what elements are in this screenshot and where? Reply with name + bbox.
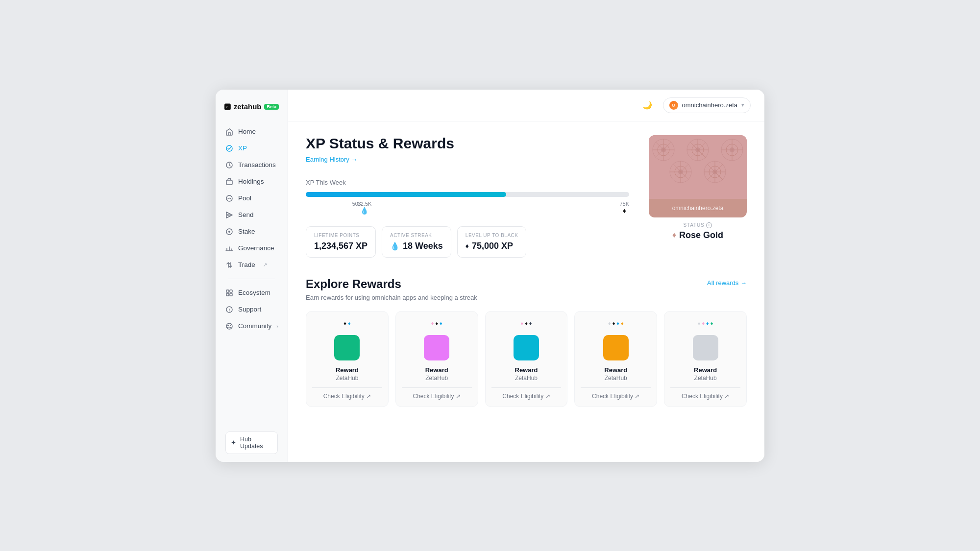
user-menu[interactable]: U omnichainhero.zeta ▾ bbox=[663, 97, 751, 113]
tier-diamond-4a: ♦ bbox=[608, 320, 611, 326]
xp-card: omnichainhero.zeta STATUS i ♦ Rose Gold bbox=[649, 135, 747, 258]
governance-icon bbox=[225, 244, 233, 252]
reward-icon-3 bbox=[514, 335, 539, 360]
reward-name-2: Reward bbox=[425, 366, 448, 374]
stat-active-streak: ACTIVE STREAK 💧 18 Weeks bbox=[382, 226, 451, 258]
reward-icon-4 bbox=[603, 335, 629, 360]
check-eligibility-4[interactable]: Check Eligibility ↗ bbox=[581, 387, 651, 400]
check-eligibility-2[interactable]: Check Eligibility ↗ bbox=[402, 387, 472, 400]
sidebar-item-community[interactable]: Community › bbox=[220, 318, 283, 334]
marker-50k-value: 50K bbox=[352, 201, 362, 207]
community-icon bbox=[225, 322, 233, 330]
xp-this-week-label: XP This Week bbox=[306, 179, 629, 186]
reward-card-2[interactable]: ♦ ♦ ♦ Reward ZetaHub Check Eligibility ↗ bbox=[395, 311, 478, 407]
external-link-icon: ↗ bbox=[261, 261, 269, 269]
tier-diamond-2c: ♦ bbox=[440, 320, 442, 326]
svg-point-7 bbox=[228, 231, 230, 233]
reward-tiers-1: ♦ ♦ bbox=[343, 319, 350, 327]
sidebar-item-stake[interactable]: Stake bbox=[220, 224, 283, 240]
all-rewards-link[interactable]: All rewards → bbox=[707, 279, 747, 287]
dark-mode-button[interactable]: 🌙 bbox=[639, 97, 655, 113]
stat-level-up: LEVEL UP TO BLACK ♦ 75,000 XP bbox=[457, 226, 527, 258]
sidebar-item-support[interactable]: Support bbox=[220, 302, 283, 317]
holdings-icon bbox=[225, 178, 233, 186]
card-username: omnichainhero.zeta bbox=[657, 205, 739, 212]
tier-diamond-5c: ♦ bbox=[706, 320, 709, 326]
logo: Z zetahub Beta bbox=[216, 101, 288, 124]
check-eligibility-1[interactable]: Check Eligibility ↗ bbox=[312, 387, 382, 400]
reward-name-1: Reward bbox=[336, 366, 359, 374]
progress-bar-background bbox=[306, 192, 629, 197]
main-content: 🌙 U omnichainhero.zeta ▾ XP Status & Rew… bbox=[288, 90, 764, 462]
reward-brand-3: ZetaHub bbox=[515, 375, 538, 382]
check-eligibility-3[interactable]: Check Eligibility ↗ bbox=[491, 387, 562, 400]
rewards-subtitle: Earn rewards for using omnichain apps an… bbox=[306, 294, 747, 301]
sidebar-item-governance[interactable]: Governance bbox=[220, 240, 283, 256]
rewards-header: Explore Rewards All rewards → bbox=[306, 277, 747, 291]
sidebar-item-trade[interactable]: Trade ↗ bbox=[220, 257, 283, 273]
tier-diamond-3c: ♦ bbox=[529, 320, 532, 326]
svg-point-13 bbox=[226, 323, 232, 329]
pool-icon bbox=[225, 194, 233, 202]
sidebar-item-transactions[interactable]: Transactions bbox=[220, 157, 283, 173]
marker-75k-icon: ♦ bbox=[623, 207, 626, 215]
card-status-section: STATUS i ♦ Rose Gold bbox=[649, 222, 747, 240]
dropdown-chevron-icon: ▾ bbox=[741, 102, 744, 108]
reward-card-3[interactable]: ♦ ♦ ♦ Reward ZetaHub Check Eligibility ↗ bbox=[485, 311, 568, 407]
sidebar-item-send[interactable]: Send bbox=[220, 207, 283, 223]
sidebar-item-ecosystem[interactable]: Ecosystem bbox=[220, 285, 283, 301]
reward-card-5[interactable]: ♦ ♦ ♦ ♦ Reward ZetaHub Check Eligibility… bbox=[664, 311, 747, 407]
svg-rect-8 bbox=[226, 290, 229, 292]
svg-rect-4 bbox=[226, 180, 232, 185]
rewards-section: Explore Rewards All rewards → Earn rewar… bbox=[306, 277, 747, 407]
check-eligibility-5[interactable]: Check Eligibility ↗ bbox=[670, 387, 740, 400]
reward-tiers-4: ♦ ♦ ♦ ♦ bbox=[608, 319, 624, 327]
reward-name-5: Reward bbox=[694, 366, 717, 374]
tier-diamond-4c: ♦ bbox=[616, 320, 619, 326]
stat-streak-label: ACTIVE STREAK bbox=[390, 233, 443, 238]
sidebar-label-send: Send bbox=[238, 211, 254, 218]
reward-card-4[interactable]: ♦ ♦ ♦ ♦ Reward ZetaHub Check Eligibility… bbox=[574, 311, 657, 407]
rewards-title: Explore Rewards bbox=[306, 277, 401, 291]
svg-rect-10 bbox=[226, 293, 229, 296]
logo-text: zetahub bbox=[234, 102, 262, 111]
trade-icon bbox=[225, 261, 233, 269]
marker-75k: 75K ♦ bbox=[619, 201, 629, 215]
rose-gold-icon: ♦ bbox=[672, 231, 676, 240]
hub-updates-label: Hub Updates bbox=[240, 436, 272, 450]
app-window: Z zetahub Beta Home XP bbox=[216, 90, 764, 462]
community-chevron-icon: › bbox=[276, 323, 278, 329]
levelup-xp-number: 75,000 XP bbox=[472, 241, 513, 251]
tier-diamond-1a: ♦ bbox=[343, 320, 346, 326]
sidebar-label-support: Support bbox=[238, 306, 261, 313]
xp-left-panel: XP Status & Rewards Earning History → XP… bbox=[306, 135, 629, 258]
moon-icon: 🌙 bbox=[642, 100, 652, 110]
card-status-text: Rose Gold bbox=[679, 230, 723, 240]
earning-history-link[interactable]: Earning History → bbox=[306, 156, 357, 163]
sidebar-label-ecosystem: Ecosystem bbox=[238, 289, 270, 296]
tier-diamond-2a: ♦ bbox=[431, 320, 434, 326]
sidebar-item-home[interactable]: Home bbox=[220, 124, 283, 140]
card-pattern-svg bbox=[649, 135, 747, 199]
reward-card-1[interactable]: ♦ ♦ Reward ZetaHub Check Eligibility ↗ bbox=[306, 311, 389, 407]
hub-updates-button[interactable]: ✦ Hub Updates bbox=[225, 431, 278, 454]
card-status-value: ♦ Rose Gold bbox=[649, 230, 747, 240]
reward-icon-5 bbox=[693, 335, 718, 360]
xp-status-section: XP Status & Rewards Earning History → XP… bbox=[306, 135, 747, 258]
sidebar-item-pool[interactable]: Pool bbox=[220, 191, 283, 206]
beta-badge: Beta bbox=[264, 104, 279, 110]
reward-name-4: Reward bbox=[604, 366, 627, 374]
sidebar-item-xp[interactable]: XP bbox=[220, 141, 283, 156]
stat-lifetime-label: LIFETIME POINTS bbox=[314, 233, 368, 238]
tier-diamond-5d: ♦ bbox=[710, 320, 713, 326]
support-icon bbox=[225, 306, 233, 313]
sidebar-item-holdings[interactable]: Holdings bbox=[220, 174, 283, 190]
marker-50k: 50K bbox=[352, 201, 362, 207]
tier-diamond-3a: ♦ bbox=[521, 320, 524, 326]
transactions-icon bbox=[225, 161, 233, 169]
reward-brand-2: ZetaHub bbox=[425, 375, 448, 382]
xp-icon bbox=[225, 144, 233, 152]
reward-icon-2 bbox=[424, 335, 449, 360]
rewards-title-group: Explore Rewards bbox=[306, 277, 401, 291]
tier-diamond-3b: ♦ bbox=[525, 320, 528, 326]
